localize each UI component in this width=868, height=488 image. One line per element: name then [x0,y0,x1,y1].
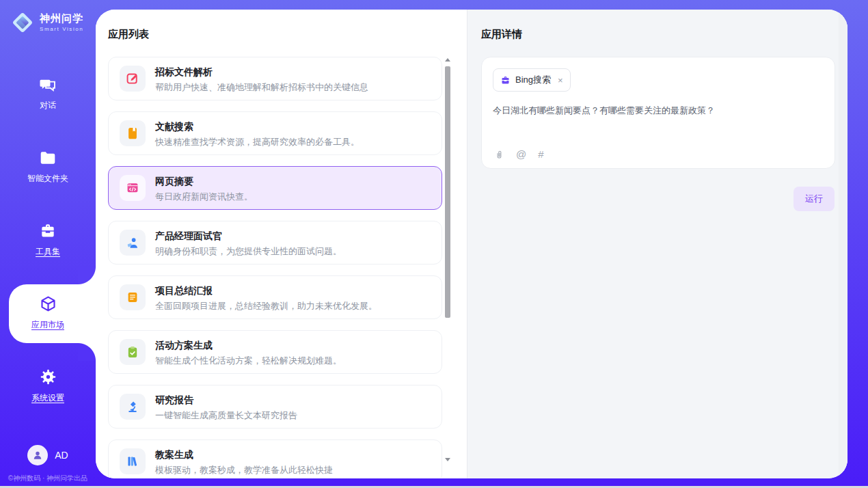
app-title: 教案生成 [155,450,333,459]
app-list-scrollbar[interactable] [444,55,452,463]
sidebar-item-label: 系统设置 [31,392,64,404]
tag-close-icon[interactable]: × [558,75,563,85]
app-detail-title: 应用详情 [481,28,835,41]
app-icon-tile [120,175,146,201]
app-icon-tile [120,230,146,256]
book-icon [126,126,139,140]
chat-icon [39,76,57,94]
sidebar: 神州问学 Smart Vision 对话 智能文件夹 工具集 [0,0,96,488]
avatar [27,445,48,465]
paperclip-icon[interactable] [494,148,504,160]
logo-subtitle: Smart Vision [40,26,83,32]
app-desc: 帮助用户快速、准确地理解和解析招标书中的关键信息 [155,83,368,92]
gear-icon [39,368,57,386]
app-title: 网页摘要 [155,176,253,186]
app-desc: 明确身份和职责，为您提供专业性的面试问题。 [155,247,342,256]
detail-scrollbar-track [839,10,847,478]
interviewer-icon [126,236,139,249]
app-icon-tile [120,66,146,92]
diamond-logo-icon [10,10,35,35]
user-account[interactable]: AD [0,445,96,465]
app-list-item-literature-search[interactable]: 文献搜索 快速精准查找学术资源，提高研究效率的必备工具。 [108,111,442,155]
app-logo: 神州问学 Smart Vision [10,10,83,35]
cube-icon [39,295,57,313]
sidebar-item-label: 智能文件夹 [27,173,68,185]
app-title: 产品经理面试官 [155,231,342,241]
sidebar-item-label: 工具集 [36,246,60,258]
clipboard-check-icon [126,345,139,359]
app-icon-tile [120,448,146,474]
app-desc: 一键智能生成高质量长文本研究报告 [155,411,297,420]
app-title: 招标文件解析 [155,67,368,77]
folder-icon [39,149,57,167]
sidebar-item-label: 对话 [40,100,56,111]
app-icon-tile [120,120,146,146]
app-desc: 快速精准查找学术资源，提高研究效率的必备工具。 [155,137,360,146]
toolbox-icon [39,222,57,240]
app-icon-tile [120,394,146,420]
app-desc: 智能生成个性化活动方案，轻松解决规划难题。 [155,356,342,365]
prompt-text[interactable]: 今日湖北有哪些新闻要点？有哪些需要关注的最新政策？ [493,105,824,117]
sidebar-item-smart-folder[interactable]: 智能文件夹 [0,130,96,203]
app-list-item-project-summary[interactable]: 项目总结汇报 全面回顾项目进展，总结经验教训，助力未来优化发展。 [108,275,442,319]
app-desc: 每日政府新闻资讯快查。 [155,192,253,201]
app-list-item-lesson-plan[interactable]: 教案生成 模板驱动，教案秒成，教学准备从此轻松快捷 [108,439,442,478]
run-row: 运行 [481,187,835,211]
prompt-card[interactable]: Bing搜索 × 今日湖北有哪些新闻要点？有哪些需要关注的最新政策？ @ # [481,57,835,169]
document-edit-icon [126,72,139,85]
sidebar-item-label: 应用市场 [31,319,64,331]
microscope-icon [126,400,139,414]
app-list-item-research-report[interactable]: 研究报告 一键智能生成高质量长文本研究报告 [108,385,442,429]
sidebar-item-app-market[interactable]: 应用市场 [0,276,96,349]
copyright-text: ©神州数码 · 神州问学出品 [0,474,96,483]
user-name: AD [55,450,68,461]
run-button[interactable]: 运行 [794,187,835,211]
sidebar-nav: 对话 智能文件夹 工具集 应用市场 [0,57,96,422]
books-icon [126,455,139,468]
hash-tag-icon[interactable]: # [538,148,543,160]
scroll-up-button[interactable] [444,55,452,64]
app-title: 文献搜索 [155,122,360,131]
at-mention-icon[interactable]: @ [516,148,526,160]
app-title: 活动方案生成 [155,340,342,350]
triangle-up-icon [445,58,450,62]
briefcase-icon [500,75,511,85]
scrollbar-thumb[interactable] [445,66,450,318]
app-list-item-webpage-summary[interactable]: 网页摘要 每日政府新闻资讯快查。 [108,166,442,210]
tool-tag-bing-search[interactable]: Bing搜索 × [493,68,571,92]
app-title: 项目总结汇报 [155,286,377,295]
app-desc: 全面回顾项目进展，总结经验教训，助力未来优化发展。 [155,301,377,310]
tool-tag-label: Bing搜索 [515,74,551,86]
app-list-panel: 应用列表 招标文件解析 帮助用户快速、准确地理解和解析招标书中的关键信息 [96,10,467,478]
sidebar-item-chat[interactable]: 对话 [0,57,96,130]
app-list: 招标文件解析 帮助用户快速、准确地理解和解析招标书中的关键信息 文献搜索 快速精… [108,57,442,478]
active-nav-bubble [9,284,96,343]
person-icon [31,449,44,461]
webpage-code-icon [126,181,139,195]
app-desc: 模板驱动，教案秒成，教学准备从此轻松快捷 [155,465,333,474]
app-list-item-bid-parsing[interactable]: 招标文件解析 帮助用户快速、准确地理解和解析招标书中的关键信息 [108,57,442,100]
app-detail-panel: 应用详情 Bing搜索 × 今日湖北有哪些新闻要点？有哪些需要关注的最新政策？ … [467,10,847,478]
note-icon [126,290,139,304]
app-icon-tile [120,284,146,310]
app-icon-tile [120,339,146,365]
attachment-toolbar: @ # [494,148,544,160]
main-content-frame: 应用列表 招标文件解析 帮助用户快速、准确地理解和解析招标书中的关键信息 [96,10,847,478]
app-title: 研究报告 [155,395,297,405]
app-list-title: 应用列表 [108,28,467,41]
app-list-item-event-plan[interactable]: 活动方案生成 智能生成个性化活动方案，轻松解决规划难题。 [108,330,442,374]
sidebar-item-toolset[interactable]: 工具集 [0,203,96,276]
scroll-down-button[interactable] [444,455,452,463]
logo-title: 神州问学 [40,13,83,25]
app-list-item-pm-interviewer[interactable]: 产品经理面试官 明确身份和职责，为您提供专业性的面试问题。 [108,221,442,265]
triangle-down-icon [445,458,450,461]
